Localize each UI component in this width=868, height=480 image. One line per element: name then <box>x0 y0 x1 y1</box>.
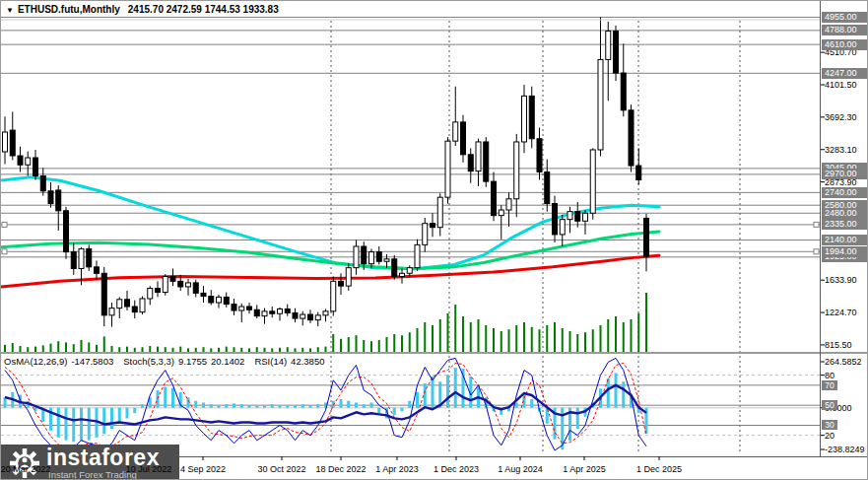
candle-body <box>64 211 69 252</box>
volume-bar <box>157 347 159 352</box>
candle-body <box>132 307 137 312</box>
rsi-label: RSI(14) <box>254 356 287 367</box>
candle-body <box>109 309 114 315</box>
volume-bar <box>508 329 510 352</box>
osma-bar <box>225 404 228 408</box>
candle-body <box>201 293 206 296</box>
level-handle[interactable] <box>814 249 819 254</box>
volume-bar <box>111 346 113 352</box>
candle-body <box>285 309 290 312</box>
candle-body <box>224 297 229 304</box>
candle-body <box>148 289 153 299</box>
volume-bar <box>50 344 52 352</box>
candle-body <box>407 268 412 274</box>
volume-bar <box>409 332 411 352</box>
osma-bar <box>432 377 434 408</box>
candle-body <box>445 141 450 197</box>
volume-bar <box>348 337 350 352</box>
volume-bar <box>401 335 403 352</box>
volume-bar <box>363 340 365 352</box>
candle-body <box>400 273 405 276</box>
candle-body <box>254 309 259 315</box>
candle-body <box>484 142 489 181</box>
candle-body <box>514 142 519 199</box>
volume-bar <box>378 340 380 352</box>
level-handle[interactable] <box>2 222 7 227</box>
candle-body <box>87 248 92 266</box>
osma-bar <box>607 378 610 408</box>
instaforex-logo: instaforex Instant Forex Trading <box>1 445 179 480</box>
candle-body <box>346 268 351 286</box>
volume-bar <box>203 347 205 352</box>
osma-bar <box>294 405 297 408</box>
osma-bar <box>4 397 7 408</box>
candle-body <box>71 252 76 269</box>
candle-body <box>369 252 374 264</box>
candle-body <box>140 299 145 312</box>
volume-bar <box>332 334 334 352</box>
candle-body <box>323 311 328 315</box>
candle-body <box>545 171 550 203</box>
candle-body <box>468 155 473 171</box>
ohlc-values: 2415.70 2472.59 1744.53 1933.83 <box>128 4 279 15</box>
osma-bar <box>72 408 75 442</box>
volume-bar <box>42 345 44 352</box>
volume-bar <box>485 325 487 352</box>
candle-body <box>186 283 191 287</box>
volume-bar <box>20 346 22 352</box>
osma-value: -147.5803 <box>71 356 113 367</box>
volume-bar <box>126 347 128 352</box>
volume-bar <box>195 348 197 352</box>
candle-body <box>499 210 503 216</box>
osma-bar <box>576 408 579 429</box>
volume-bar <box>470 322 472 352</box>
volume-bar <box>172 348 174 352</box>
volume-bar <box>187 348 189 352</box>
level-handle[interactable] <box>2 249 7 254</box>
candle-body <box>278 309 283 313</box>
candle-body <box>529 96 534 138</box>
candle-body <box>331 281 336 311</box>
volume-bar <box>103 336 105 352</box>
osma-bar <box>271 404 274 408</box>
osma-bar <box>240 404 243 408</box>
volume-bar <box>478 319 480 352</box>
osma-bar <box>615 373 618 407</box>
stoch-k-value: 9.1755 <box>178 356 207 367</box>
osma-bar <box>279 405 282 408</box>
volume-bar <box>356 335 358 352</box>
volume-bar <box>301 348 303 352</box>
chart-title-bar: ▼ETHUSD.futu,Monthly2415.70 2472.59 1744… <box>6 4 279 15</box>
osma-bar <box>171 387 174 407</box>
osma-bar <box>141 404 144 408</box>
candle-body <box>48 191 53 204</box>
volume-bar <box>234 347 235 352</box>
price-chart-canvas[interactable] <box>1 1 868 480</box>
chart-window: ▼ETHUSD.futu,Monthly2415.70 2472.59 1744… <box>0 0 868 480</box>
volume-bar <box>57 341 59 352</box>
candle-body <box>362 246 367 264</box>
volume-bar <box>447 313 449 352</box>
candle-body <box>239 307 244 310</box>
volume-bar <box>370 341 372 352</box>
osma-bar <box>347 401 350 408</box>
candle-body <box>522 96 527 142</box>
candle-body <box>354 246 359 268</box>
volume-bar <box>569 331 571 352</box>
level-handle[interactable] <box>814 222 819 227</box>
volume-bar <box>462 316 464 352</box>
candle-body <box>614 32 619 74</box>
osma-label: OsMA(12,26,9) <box>4 356 67 367</box>
volume-bar <box>393 334 395 352</box>
chevron-down-icon[interactable]: ▼ <box>6 6 14 15</box>
candle-body <box>117 300 122 309</box>
volume-bar <box>81 340 83 352</box>
osma-bar <box>370 402 373 407</box>
volume-bar <box>592 329 594 352</box>
osma-bar <box>454 368 457 408</box>
osma-bar <box>263 405 266 408</box>
candle-body <box>339 281 344 286</box>
osma-bar <box>110 408 113 429</box>
candle-body <box>270 311 275 313</box>
osma-bar <box>408 401 411 408</box>
